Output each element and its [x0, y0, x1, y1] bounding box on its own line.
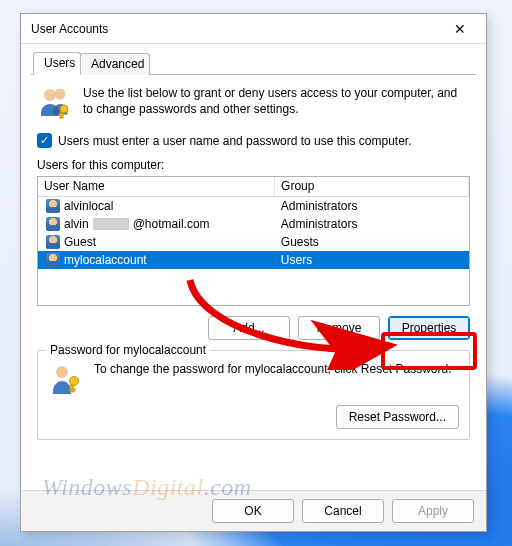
svg-point-4 — [56, 366, 68, 378]
table-row-selected[interactable]: mylocalaccount Users — [38, 251, 469, 269]
table-row[interactable]: alvinlocal Administrators — [38, 197, 469, 215]
cell-group: Administrators — [281, 199, 358, 213]
password-group-legend: Password for mylocalaccount — [46, 343, 210, 357]
svg-point-0 — [44, 89, 56, 101]
intro-row: Use the list below to grant or deny user… — [37, 85, 470, 121]
dialog-button-row: OK Cancel Apply — [21, 490, 486, 531]
cell-group: Administrators — [281, 217, 358, 231]
remove-button[interactable]: Remove — [298, 316, 380, 340]
require-password-checkbox[interactable]: ✓ Users must enter a user name and passw… — [37, 133, 470, 148]
properties-button[interactable]: Properties — [388, 316, 470, 340]
column-username[interactable]: User Name — [38, 177, 275, 196]
ok-button[interactable]: OK — [212, 499, 294, 523]
close-button[interactable]: ✕ — [440, 16, 480, 42]
checkbox-icon: ✓ — [37, 133, 52, 148]
user-key-icon — [48, 361, 84, 397]
svg-point-5 — [70, 377, 79, 386]
apply-button[interactable]: Apply — [392, 499, 474, 523]
users-keys-icon — [37, 85, 73, 121]
add-button[interactable]: Add... — [208, 316, 290, 340]
titlebar[interactable]: User Accounts ✕ — [21, 14, 486, 44]
cell-username: alvinlocal — [64, 199, 113, 213]
user-icon — [46, 253, 60, 267]
password-group-text: To change the password for mylocalaccoun… — [94, 361, 459, 377]
dialog-body: Use the list below to grant or deny user… — [21, 75, 486, 490]
cell-username: @hotmail.com — [133, 217, 210, 231]
intro-text: Use the list below to grant or deny user… — [83, 85, 470, 121]
close-icon: ✕ — [454, 21, 466, 37]
list-buttons: Add... Remove Properties — [37, 316, 470, 340]
cell-username: Guest — [64, 235, 96, 249]
listview-header[interactable]: User Name Group — [38, 177, 469, 197]
cell-username-prefix: alvin — [64, 217, 89, 231]
column-group[interactable]: Group — [275, 177, 469, 196]
svg-rect-7 — [70, 389, 75, 391]
cancel-button[interactable]: Cancel — [302, 499, 384, 523]
tab-advanced[interactable]: Advanced — [80, 53, 150, 75]
checkbox-label: Users must enter a user name and passwor… — [58, 134, 412, 148]
cell-username: mylocalaccount — [64, 253, 147, 267]
user-icon — [46, 235, 60, 249]
tabstrip: Users Advanced — [31, 52, 476, 75]
cell-group: Guests — [281, 235, 319, 249]
svg-rect-3 — [60, 113, 63, 118]
cell-group: Users — [281, 253, 312, 267]
user-icon — [46, 217, 60, 231]
svg-point-1 — [55, 89, 66, 100]
listview-body: alvinlocal Administrators alvin@hotmail.… — [38, 197, 469, 269]
tab-users[interactable]: Users — [33, 52, 81, 75]
table-row[interactable]: Guest Guests — [38, 233, 469, 251]
password-groupbox: Password for mylocalaccount To change th… — [37, 350, 470, 440]
reset-password-button[interactable]: Reset Password... — [336, 405, 459, 429]
table-row[interactable]: alvin@hotmail.com Administrators — [38, 215, 469, 233]
list-label: Users for this computer: — [37, 158, 470, 172]
user-accounts-dialog: User Accounts ✕ Users Advanced Use the l… — [20, 13, 487, 532]
user-icon — [46, 199, 60, 213]
svg-point-2 — [60, 105, 68, 113]
masked-region — [93, 218, 129, 230]
window-title: User Accounts — [31, 22, 440, 36]
users-listview[interactable]: User Name Group alvinlocal Administrator… — [37, 176, 470, 306]
